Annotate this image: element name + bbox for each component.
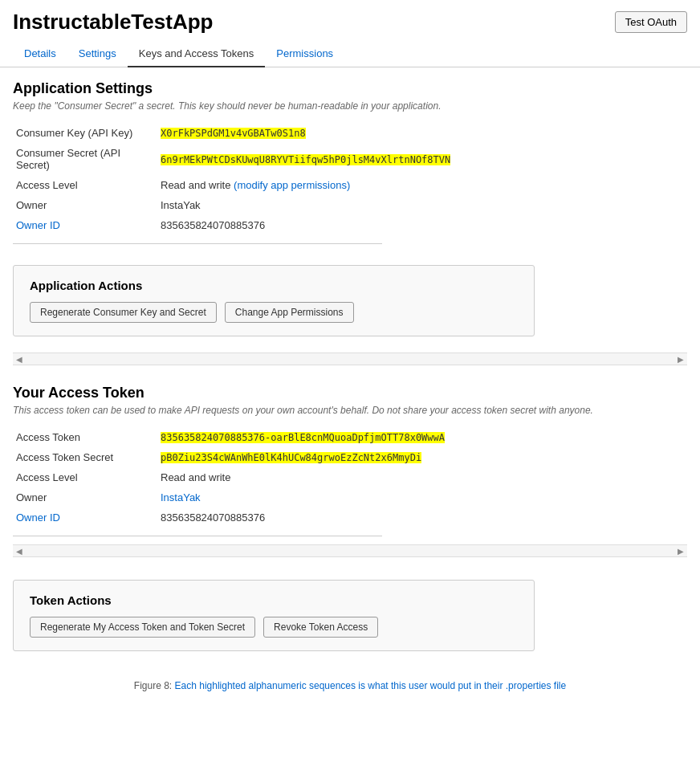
app-actions-box: Application Actions Regenerate Consumer … xyxy=(13,265,535,336)
table-row: Access Level Read and write (modify app … xyxy=(13,175,687,195)
field-value: 835635824070885376 xyxy=(157,215,687,235)
page-title: InstructableTestApp xyxy=(13,10,213,35)
test-oauth-button[interactable]: Test OAuth xyxy=(615,11,687,33)
divider xyxy=(13,536,382,536)
scroll-right-arrow: ▶ xyxy=(674,355,687,364)
scroll-right-arrow-2: ▶ xyxy=(674,547,687,556)
access-token-value: 835635824070885376-oarBlE8cnMQuoaDpfjmOT… xyxy=(161,432,445,443)
field-label: Access Token xyxy=(13,427,157,447)
tab-permissions[interactable]: Permissions xyxy=(265,41,344,67)
scroll-bar[interactable]: ◀ ▶ xyxy=(13,353,687,365)
app-settings-table: Consumer Key (API Key) X0rFkPSPdGM1v4vGB… xyxy=(13,123,687,235)
table-row: Access Token Secret pB0Ziu23S4cWAnWhE0lK… xyxy=(13,447,687,467)
table-row: Access Token 835635824070885376-oarBlE8c… xyxy=(13,427,687,447)
footer-caption-prefix: Figure 8: xyxy=(134,680,175,691)
access-token-heading: Your Access Token xyxy=(13,385,687,401)
field-value: 835635824070885376 xyxy=(157,507,687,528)
footer-caption: Figure 8: Each highlighted alphanumeric … xyxy=(13,680,687,704)
field-label: Access Level xyxy=(13,467,157,487)
field-label: Access Token Secret xyxy=(13,447,157,467)
regenerate-access-token-button[interactable]: Regenerate My Access Token and Token Sec… xyxy=(30,617,255,638)
field-value: X0rFkPSPdGM1v4vGBATw0S1n8 xyxy=(157,123,687,143)
field-label-owner-id: Owner ID xyxy=(13,215,157,235)
field-label-owner-id: Owner ID xyxy=(13,507,157,528)
field-value: InstaYak xyxy=(157,195,687,215)
table-row: Owner InstaYak xyxy=(13,487,687,507)
field-value: Read and write xyxy=(157,467,687,487)
access-token-subtitle: This access token can be used to make AP… xyxy=(13,405,687,416)
access-token-secret-value: pB0Ziu23S4cWAnWhE0lK4hUCw84grwoEzZcNt2x6… xyxy=(161,452,421,463)
consumer-secret-value: 6n9rMEkPWtCDsKUwqU8RYVTiifqw5hP0jlsM4vXl… xyxy=(161,154,450,165)
field-value: pB0Ziu23S4cWAnWhE0lK4hUCw84grwoEzZcNt2x6… xyxy=(157,447,687,467)
field-label: Consumer Key (API Key) xyxy=(13,123,157,143)
table-row: Consumer Key (API Key) X0rFkPSPdGM1v4vGB… xyxy=(13,123,687,143)
app-actions-buttons: Regenerate Consumer Key and Secret Chang… xyxy=(30,302,518,323)
access-token-section: Your Access Token This access token can … xyxy=(13,385,687,536)
table-row: Owner ID 835635824070885376 xyxy=(13,215,687,235)
divider xyxy=(13,243,382,244)
token-actions-box: Token Actions Regenerate My Access Token… xyxy=(13,580,535,651)
modify-app-permissions-link[interactable]: (modify app permissions) xyxy=(234,179,350,191)
field-value: InstaYak xyxy=(157,487,687,507)
field-label: Owner xyxy=(13,195,157,215)
tab-keys-access-tokens[interactable]: Keys and Access Tokens xyxy=(128,41,266,67)
app-actions-heading: Application Actions xyxy=(30,279,518,292)
tab-nav: Details Settings Keys and Access Tokens … xyxy=(0,41,700,67)
app-settings-subtitle: Keep the "Consumer Secret" a secret. Thi… xyxy=(13,100,687,112)
footer-caption-blue: Each highlighted alphanumeric sequences … xyxy=(175,680,567,691)
app-settings-section: Application Settings Keep the "Consumer … xyxy=(13,80,687,244)
field-value: Read and write (modify app permissions) xyxy=(157,175,687,195)
change-app-permissions-button[interactable]: Change App Permissions xyxy=(225,302,354,323)
table-row: Access Level Read and write xyxy=(13,467,687,487)
table-row: Owner ID 835635824070885376 xyxy=(13,507,687,528)
scroll-left-arrow: ◀ xyxy=(13,355,26,364)
access-token-table: Access Token 835635824070885376-oarBlE8c… xyxy=(13,427,687,528)
access-level-text: Read and write xyxy=(161,179,230,191)
field-label: Consumer Secret (API Secret) xyxy=(13,143,157,175)
tab-details[interactable]: Details xyxy=(13,41,67,67)
table-row: Owner InstaYak xyxy=(13,195,687,215)
field-value: 6n9rMEkPWtCDsKUwqU8RYVTiifqw5hP0jlsM4vXl… xyxy=(157,143,687,175)
owner-value: InstaYak xyxy=(161,199,201,211)
main-content: Application Settings Keep the "Consumer … xyxy=(0,67,700,717)
field-value: 835635824070885376-oarBlE8cnMQuoaDpfjmOT… xyxy=(157,427,687,447)
app-settings-heading: Application Settings xyxy=(13,80,687,97)
field-label: Access Level xyxy=(13,175,157,195)
table-row: Consumer Secret (API Secret) 6n9rMEkPWtC… xyxy=(13,143,687,175)
token-actions-buttons: Regenerate My Access Token and Token Sec… xyxy=(30,617,518,638)
scroll-bar-2[interactable]: ◀ ▶ xyxy=(13,544,687,557)
consumer-key-value: X0rFkPSPdGM1v4vGBATw0S1n8 xyxy=(161,128,306,139)
tab-settings[interactable]: Settings xyxy=(67,41,128,67)
regenerate-consumer-key-button[interactable]: Regenerate Consumer Key and Secret xyxy=(30,302,217,323)
token-actions-heading: Token Actions xyxy=(30,593,518,607)
scroll-left-arrow-2: ◀ xyxy=(13,547,26,556)
revoke-token-access-button[interactable]: Revoke Token Access xyxy=(263,617,378,638)
owner-link[interactable]: InstaYak xyxy=(161,491,201,503)
field-label: Owner xyxy=(13,487,157,507)
page-header: InstructableTestApp Test OAuth xyxy=(0,0,700,41)
